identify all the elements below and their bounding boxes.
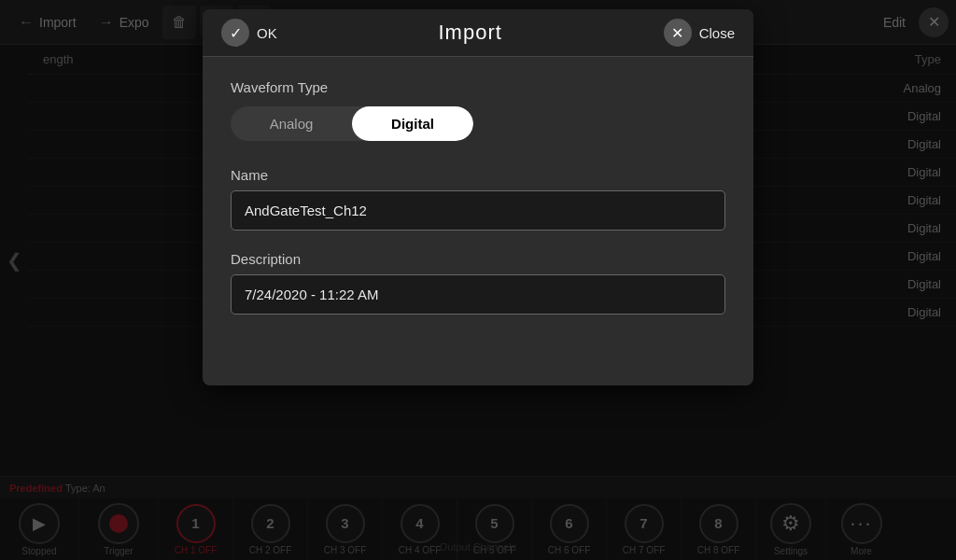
analog-toggle[interactable]: Analog (231, 106, 352, 141)
close-x-icon: ✕ (664, 19, 692, 47)
name-label: Name (231, 167, 725, 183)
modal-title: Import (438, 21, 501, 45)
modal-body: Waveform Type Analog Digital Name Descri… (203, 57, 753, 357)
description-field-group: Description (231, 251, 725, 315)
modal-header: ✓ OK Import ✕ Close (203, 9, 753, 57)
ok-checkmark-icon: ✓ (221, 19, 249, 47)
waveform-type-label: Waveform Type (231, 79, 725, 95)
import-modal: ✓ OK Import ✕ Close Waveform Type Analog… (203, 9, 753, 385)
waveform-type-section: Waveform Type Analog Digital (231, 79, 725, 141)
name-input[interactable] (231, 190, 725, 231)
ok-button[interactable]: ✓ OK (221, 19, 277, 47)
modal-close-button[interactable]: ✕ Close (664, 19, 735, 47)
description-input[interactable] (231, 274, 725, 315)
waveform-toggle-group: Analog Digital (231, 106, 473, 141)
digital-toggle[interactable]: Digital (352, 106, 473, 141)
name-field-group: Name (231, 167, 725, 231)
close-label: Close (699, 25, 735, 41)
description-label: Description (231, 251, 725, 267)
modal-overlay: ✓ OK Import ✕ Close Waveform Type Analog… (0, 0, 956, 560)
ok-label: OK (257, 25, 277, 41)
